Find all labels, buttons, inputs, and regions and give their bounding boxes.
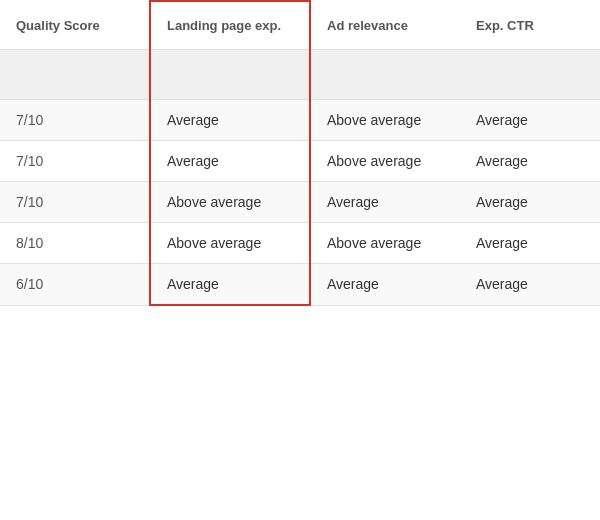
quality-score-table: Quality Score Landing page exp. Ad relev… [0, 0, 600, 306]
cell-exp-ctr: Average [460, 141, 600, 182]
cell-landing-page: Above average [150, 182, 310, 223]
header-row: Quality Score Landing page exp. Ad relev… [0, 1, 600, 50]
table-row: 6/10AverageAverageAverage [0, 264, 600, 306]
cell-ad-relevance: Average [310, 264, 460, 306]
cell-exp-ctr: Average [460, 182, 600, 223]
cell-quality-score: 7/10 [0, 100, 150, 141]
header-ad-relevance: Ad relevance [310, 1, 460, 50]
header-landing-page: Landing page exp. [150, 1, 310, 50]
cell-ad-relevance: Above average [310, 100, 460, 141]
table-container: Quality Score Landing page exp. Ad relev… [0, 0, 600, 520]
spacer-row [0, 50, 600, 100]
table-row: 7/10AverageAbove averageAverage [0, 100, 600, 141]
table-row: 7/10Above averageAverageAverage [0, 182, 600, 223]
cell-ad-relevance: Average [310, 182, 460, 223]
cell-landing-page: Average [150, 100, 310, 141]
cell-exp-ctr: Average [460, 100, 600, 141]
cell-landing-page: Above average [150, 223, 310, 264]
header-quality-score: Quality Score [0, 1, 150, 50]
cell-quality-score: 6/10 [0, 264, 150, 306]
cell-landing-page: Average [150, 264, 310, 306]
cell-quality-score: 7/10 [0, 182, 150, 223]
table-row: 8/10Above averageAbove averageAverage [0, 223, 600, 264]
cell-ad-relevance: Above average [310, 223, 460, 264]
cell-exp-ctr: Average [460, 264, 600, 306]
cell-quality-score: 8/10 [0, 223, 150, 264]
header-exp-ctr: Exp. CTR [460, 1, 600, 50]
cell-quality-score: 7/10 [0, 141, 150, 182]
cell-exp-ctr: Average [460, 223, 600, 264]
cell-landing-page: Average [150, 141, 310, 182]
cell-ad-relevance: Above average [310, 141, 460, 182]
table-row: 7/10AverageAbove averageAverage [0, 141, 600, 182]
